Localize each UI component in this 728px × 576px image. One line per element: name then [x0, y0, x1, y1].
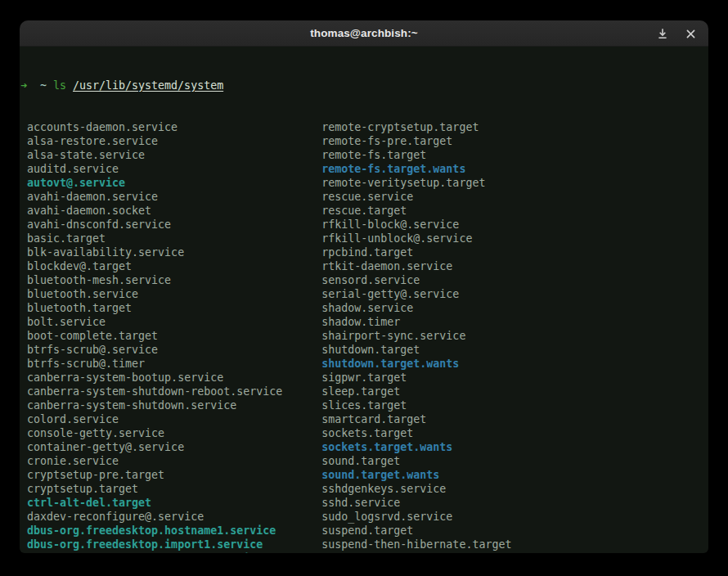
file-name: accounts-daemon.service: [20, 121, 178, 133]
file-name: sound.target.wants: [321, 469, 439, 481]
file-name: shairport-sync.service: [321, 330, 465, 342]
output-row: autovt@.service remote-veritysetup.targe…: [20, 176, 708, 190]
file-name: btrfs-scrub@.timer: [20, 358, 145, 370]
output-row: bluetooth.target shadow.service: [20, 301, 708, 315]
output-row: alsa-state.service remote-fs.target: [20, 148, 708, 162]
file-name: btrfs-scrub@.service: [20, 344, 158, 356]
download-button[interactable]: [654, 25, 671, 42]
file-name: rfkill-block@.service: [321, 218, 459, 231]
file-name: autovt@.service: [20, 177, 125, 189]
close-icon: [685, 29, 696, 39]
file-name: cryptsetup-pre.target: [20, 469, 164, 481]
output-row: bluetooth.service serial-getty@.service: [20, 287, 708, 301]
file-name: remote-fs-pre.target: [321, 135, 452, 147]
output-row: colord.service smartcard.target: [20, 412, 708, 426]
file-name: rpcbind.target: [321, 246, 413, 259]
file-name: dbus-org.freedesktop.hostname1.service: [20, 524, 276, 537]
prompt-command: ls: [53, 79, 66, 92]
titlebar-buttons: [654, 20, 699, 47]
output-row: blk-availability.service rpcbind.target: [20, 245, 708, 259]
file-name: boot-complete.target: [20, 330, 158, 342]
output-row: dbus-org.freedesktop.import1.service sus…: [20, 538, 708, 551]
output-row: blockdev@.target rtkit-daemon.service: [20, 259, 708, 273]
file-name: auditd.service: [20, 163, 119, 175]
file-name: canberra-system-bootup.service: [20, 371, 223, 384]
output-row: canberra-system-shutdown.service slices.…: [20, 398, 708, 412]
file-name: alsa-state.service: [20, 149, 145, 161]
file-name: canberra-system-shutdown-reboot.service: [20, 385, 282, 398]
output-row: btrfs-scrub@.service shutdown.target: [20, 343, 708, 357]
window-title: thomas@archbish:~: [310, 27, 418, 39]
file-name: sshd.service: [321, 497, 400, 509]
file-name: rescue.service: [321, 191, 413, 203]
file-name: daxdev-reconfigure@.service: [20, 511, 204, 523]
file-name: sockets.target.wants: [321, 441, 452, 453]
file-name: rescue.target: [321, 205, 407, 217]
output-row: console-getty.service sockets.target: [20, 426, 708, 440]
output-row: boot-complete.target shairport-sync.serv…: [20, 329, 708, 343]
file-name: remote-veritysetup.target: [321, 177, 485, 189]
output-row: cryptsetup.target sshdgenkeys.service: [20, 482, 708, 496]
output-row: btrfs-scrub@.timer shutdown.target.wants: [20, 357, 708, 371]
output-row: canberra-system-bootup.service sigpwr.ta…: [20, 371, 708, 385]
prompt-arrow: ➜: [20, 79, 27, 92]
file-name: colord.service: [20, 413, 119, 425]
file-name: cronie.service: [20, 455, 119, 467]
output-row: bolt.service shadow.timer: [20, 315, 708, 329]
file-name: shutdown.target: [321, 344, 420, 356]
file-name: canberra-system-shutdown.service: [20, 399, 236, 412]
file-name: sockets.target: [321, 427, 413, 439]
download-icon: [657, 28, 668, 39]
file-name: slices.target: [321, 399, 407, 412]
output-row: dbus-org.freedesktop.locale1.service swa…: [20, 551, 708, 553]
file-name: container-getty@.service: [20, 441, 184, 453]
file-name: smartcard.target: [321, 413, 426, 425]
output-row: canberra-system-shutdown-reboot.service …: [20, 385, 708, 398]
output-row: avahi-daemon.service rescue.service: [20, 190, 708, 204]
prompt-line: ➜~ls/usr/lib/systemd/system: [20, 79, 708, 92]
file-name: suspend-then-hibernate.target: [321, 538, 511, 551]
file-name: rfkill-unblock@.service: [321, 232, 472, 245]
file-name: suspend.target: [321, 524, 413, 537]
file-name: sigpwr.target: [321, 371, 407, 384]
file-name: cryptsetup.target: [20, 483, 138, 495]
file-name: sshdgenkeys.service: [321, 483, 446, 495]
desktop-background: thomas@archbish:~ ➜~ls/us: [0, 0, 728, 576]
file-name: alsa-restore.service: [20, 135, 158, 147]
file-name: sound.target: [321, 455, 400, 467]
titlebar[interactable]: thomas@archbish:~: [20, 20, 708, 47]
file-name: bluetooth.target: [20, 302, 132, 314]
file-name: bluetooth-mesh.service: [20, 274, 171, 286]
prompt-cwd: ~: [40, 79, 47, 92]
file-name: sleep.target: [321, 385, 400, 398]
prompt-argument: /usr/lib/systemd/system: [73, 79, 223, 92]
file-name: basic.target: [20, 232, 106, 245]
file-name: dbus-org.freedesktop.import1.service: [20, 538, 263, 551]
file-name: dbus-org.freedesktop.locale1.service: [20, 552, 263, 553]
output-row: cryptsetup-pre.target sound.target.wants: [20, 468, 708, 482]
file-name: sudo_logsrvd.service: [321, 511, 452, 523]
output-row: daxdev-reconfigure@.service sudo_logsrvd…: [20, 510, 708, 524]
file-name: sensord.service: [321, 274, 420, 286]
file-name: console-getty.service: [20, 427, 164, 439]
file-name: avahi-daemon.socket: [20, 205, 151, 217]
output-row: dbus-org.freedesktop.hostname1.service s…: [20, 524, 708, 538]
output-row: container-getty@.service sockets.target.…: [20, 440, 708, 454]
terminal-screen[interactable]: ➜~ls/usr/lib/systemd/system accounts-dae…: [20, 47, 708, 553]
file-name: bluetooth.service: [20, 288, 138, 300]
file-name: blockdev@.target: [20, 260, 132, 272]
file-name: remote-cryptsetup.target: [321, 121, 479, 133]
file-name: rtkit-daemon.service: [321, 260, 452, 272]
file-name: remote-fs.target: [321, 149, 426, 161]
file-name: bolt.service: [20, 316, 106, 328]
file-name: remote-fs.target.wants: [321, 163, 465, 175]
file-name: avahi-daemon.service: [20, 191, 158, 203]
file-name: avahi-dnsconfd.service: [20, 218, 171, 231]
file-name: ctrl-alt-del.target: [20, 497, 151, 509]
close-button[interactable]: [682, 25, 699, 42]
output-row: bluetooth-mesh.service sensord.service: [20, 273, 708, 287]
file-listing: accounts-daemon.service remote-cryptsetu…: [20, 120, 708, 553]
output-row: basic.target rfkill-unblock@.service: [20, 232, 708, 245]
file-name: serial-getty@.service: [321, 288, 459, 300]
output-row: auditd.service remote-fs.target.wants: [20, 162, 708, 176]
